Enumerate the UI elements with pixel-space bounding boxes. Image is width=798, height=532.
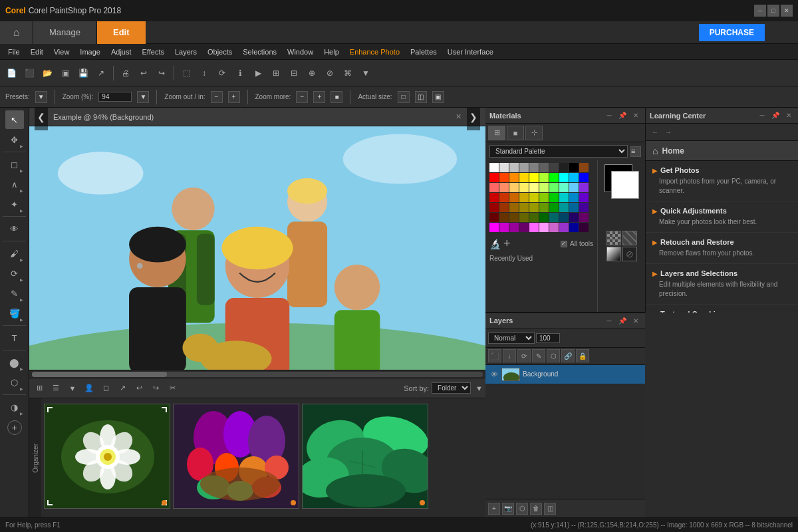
materials-pin[interactable]: 📌 (617, 110, 628, 121)
color-peach[interactable] (499, 183, 509, 192)
tool-clone[interactable]: ⟳▶ (5, 264, 24, 283)
toolbar-browse[interactable]: ⬛ (21, 65, 38, 82)
sort-select[interactable]: Folder (432, 382, 471, 394)
layers-action-5[interactable]: ⬡ (547, 349, 560, 362)
zoom-more-out[interactable]: − (296, 91, 308, 103)
zoom-in-btn[interactable]: + (228, 91, 240, 103)
color-purple[interactable] (579, 193, 589, 202)
color-light-pink[interactable] (539, 223, 549, 232)
canvas-nav-left[interactable]: ❮ (35, 108, 48, 130)
learning-item-layers-sel-header[interactable]: ▶ Layers and Selections (646, 264, 798, 280)
color-deep-purple[interactable] (579, 203, 589, 212)
menu-user-interface[interactable]: User Interface (442, 44, 499, 60)
actual-size-1[interactable]: □ (398, 91, 410, 103)
color-light-blue[interactable] (569, 183, 579, 192)
color-dark-yellow[interactable] (529, 203, 539, 212)
color-gray-6[interactable] (549, 163, 559, 172)
color-gray-5[interactable] (539, 163, 549, 172)
menu-window[interactable]: Window (282, 44, 319, 60)
color-black[interactable] (569, 163, 579, 172)
color-medium-purple[interactable] (559, 223, 569, 232)
dropper-icon[interactable]: 🔬 (489, 239, 501, 249)
toolbar-undo[interactable]: ↩ (135, 65, 152, 82)
menu-file[interactable]: File (3, 44, 25, 60)
toolbar-save[interactable]: 💾 (74, 65, 92, 82)
color-aqua[interactable] (559, 183, 569, 192)
menu-image[interactable]: Image (74, 44, 106, 60)
actual-size-3[interactable]: ▣ (432, 91, 444, 103)
toolbar-redo[interactable]: ↪ (153, 65, 170, 82)
toolbar-print[interactable]: 🖨 (117, 65, 134, 82)
swatch-transparent[interactable] (606, 231, 621, 245)
materials-close[interactable]: ✕ (630, 110, 641, 121)
menu-help[interactable]: Help (319, 44, 344, 60)
color-very-dark-olive[interactable] (519, 213, 529, 222)
menu-effects[interactable]: Effects (137, 44, 170, 60)
tool-eye[interactable]: 👁 (5, 219, 24, 238)
color-brown[interactable] (579, 163, 589, 172)
toolbar-rotate[interactable]: ⟳ (213, 65, 231, 82)
org-btn-3[interactable]: ▼ (65, 381, 80, 396)
tool-select[interactable]: ↖ (5, 110, 24, 129)
toolbar-straighten[interactable]: ↕ (196, 65, 213, 82)
tool-selection[interactable]: ◻▶ (5, 155, 24, 174)
color-dark-green[interactable] (549, 203, 559, 212)
layers-new-btn[interactable]: + (488, 503, 500, 515)
color-medium-pink[interactable] (549, 223, 559, 232)
color-rust[interactable] (499, 203, 509, 212)
toolbar-script[interactable]: ▶ (249, 65, 267, 82)
toolbar-info[interactable]: ℹ (231, 65, 249, 82)
layers-action-4[interactable]: ✎ (532, 349, 545, 362)
purchase-button[interactable]: PURCHASE (699, 24, 765, 41)
color-dark-olive[interactable] (519, 203, 529, 212)
color-very-dark-orange[interactable] (499, 213, 509, 222)
edit-nav-button[interactable]: Edit (97, 21, 146, 44)
org-list-view[interactable]: ☰ (49, 381, 63, 396)
org-photo-3[interactable] (302, 404, 428, 509)
color-teal[interactable] (559, 193, 569, 202)
organizer-collapse[interactable]: ▼ (475, 384, 483, 392)
palette-options[interactable]: ≡ (630, 146, 641, 157)
menu-adjust[interactable]: Adjust (106, 44, 137, 60)
color-yellow-green-2[interactable] (539, 193, 549, 202)
color-dark-red[interactable] (489, 193, 499, 202)
color-green[interactable] (549, 173, 559, 182)
swatch-none[interactable]: ⊘ (622, 247, 637, 261)
color-plum[interactable] (509, 223, 519, 232)
zoom-more-in[interactable]: + (313, 91, 325, 103)
tool-fill[interactable]: 🪣▶ (5, 304, 24, 323)
learning-item-text-graphics-header[interactable]: ▶ Text and Graphics (646, 305, 798, 313)
presets-dropdown[interactable]: ▼ (35, 91, 47, 103)
zoom-actual[interactable]: ■ (331, 91, 342, 103)
color-violet[interactable] (579, 183, 589, 192)
color-dark-teal[interactable] (559, 203, 569, 212)
color-orange-red[interactable] (499, 173, 509, 182)
learning-back[interactable]: ← (650, 127, 660, 138)
color-dark-yellow-green[interactable] (539, 203, 549, 212)
color-light-yellow[interactable] (519, 183, 529, 192)
canvas-scroll-thumb[interactable] (32, 372, 167, 377)
color-very-dark-red[interactable] (489, 213, 499, 222)
color-gray-4[interactable] (529, 163, 539, 172)
learning-minimize[interactable]: ─ (757, 110, 767, 121)
mat-tab-gradient[interactable]: ⊹ (525, 126, 543, 140)
org-btn-6[interactable]: ↗ (115, 381, 130, 396)
canvas-scroll-track[interactable] (32, 372, 483, 377)
zoom-input[interactable] (98, 92, 132, 102)
minimize-button[interactable]: ─ (754, 5, 766, 17)
color-gray-7[interactable] (559, 163, 569, 172)
layer-item-background[interactable]: 👁 Background (485, 365, 645, 384)
color-medium-green[interactable] (549, 193, 559, 202)
color-medium-blue[interactable] (569, 193, 579, 202)
toolbar-cmd[interactable]: ⌘ (339, 65, 356, 82)
color-magenta[interactable] (489, 223, 499, 232)
tool-paint[interactable]: 🖌▶ (5, 244, 24, 263)
toolbar-new[interactable]: 📄 (3, 65, 20, 82)
org-btn-9[interactable]: ✂ (165, 381, 180, 396)
materials-minimize[interactable]: ─ (604, 110, 614, 121)
color-very-dark-brown[interactable] (509, 213, 519, 222)
toolbar-arrow-more[interactable]: ▼ (357, 65, 374, 82)
toolbar-zoom-out[interactable]: ⊟ (285, 65, 303, 82)
org-btn-7[interactable]: ↩ (132, 381, 146, 396)
color-gold[interactable] (519, 173, 529, 182)
